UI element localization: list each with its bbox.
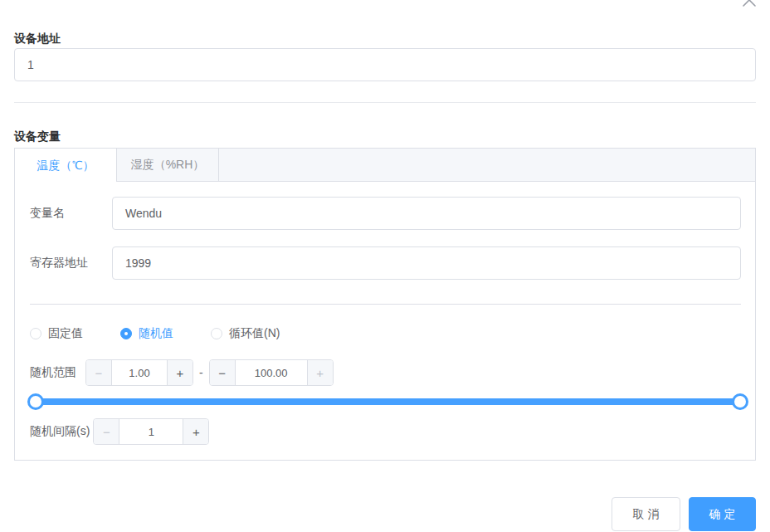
value-type-radio-group: 固定值 随机值 循环值(N) [30, 326, 741, 341]
register-address-input[interactable]: 1999 [112, 246, 741, 280]
device-variables-card: 温度（℃） 湿度（%RH） 变量名 Wendu 寄存器地址 1999 [14, 148, 756, 461]
collapse-chevron-up-icon[interactable] [742, 0, 757, 8]
register-address-row: 寄存器地址 1999 [30, 246, 741, 280]
slider-max-handle[interactable] [732, 393, 748, 410]
slider-selected-bar [31, 398, 740, 405]
random-range-slider[interactable] [31, 393, 740, 411]
variable-name-row: 变量名 Wendu [30, 197, 741, 230]
interval-stepper: − 1 + [93, 418, 209, 445]
radio-fixed-value[interactable]: 固定值 [30, 326, 83, 341]
tab-content: 变量名 Wendu 寄存器地址 1999 固定值 随机值 [15, 182, 755, 460]
tab-bar: 温度（℃） 湿度（%RH） [15, 149, 755, 182]
interval-increase-button[interactable]: + [183, 419, 208, 444]
variable-name-label: 变量名 [30, 206, 112, 221]
device-address-value: 1 [27, 58, 34, 71]
form-divider [30, 304, 741, 305]
cancel-button[interactable]: 取 消 [612, 497, 680, 531]
interval-decrease-button[interactable]: − [94, 419, 119, 444]
variable-name-value: Wendu [125, 207, 162, 220]
range-min-value[interactable]: 1.00 [112, 360, 167, 385]
register-address-label: 寄存器地址 [30, 256, 112, 271]
range-min-increase-button[interactable]: + [167, 360, 192, 385]
tab-humidity[interactable]: 湿度（%RH） [117, 149, 219, 181]
tab-temperature[interactable]: 温度（℃） [15, 149, 117, 182]
device-variables-label: 设备变量 [14, 129, 756, 143]
range-min-decrease-button[interactable]: − [86, 360, 112, 385]
range-separator: - [199, 366, 203, 379]
radio-cycle-value[interactable]: 循环值(N) [211, 326, 280, 341]
range-max-increase-button[interactable]: + [307, 360, 333, 385]
random-range-row: 随机范围 − 1.00 + - − 100.00 + [30, 359, 741, 386]
range-max-value[interactable]: 100.00 [236, 360, 307, 385]
range-min-stepper: − 1.00 + [85, 359, 193, 386]
interval-value[interactable]: 1 [119, 419, 183, 444]
range-max-decrease-button[interactable]: − [210, 360, 236, 385]
random-interval-row: 随机间隔(s) − 1 + [30, 418, 741, 445]
radio-random-value[interactable]: 随机值 [120, 326, 173, 341]
radio-circle-icon [30, 328, 41, 339]
range-max-stepper: − 100.00 + [209, 359, 334, 386]
random-range-label: 随机范围 [30, 365, 76, 380]
radio-circle-checked-icon [120, 328, 132, 339]
variable-name-input[interactable]: Wendu [112, 197, 741, 230]
random-interval-label: 随机间隔(s) [30, 424, 90, 439]
register-address-value: 1999 [125, 256, 151, 270]
confirm-button[interactable]: 确 定 [689, 497, 756, 531]
slider-min-handle[interactable] [27, 393, 44, 410]
device-config-panel: 设备地址 1 设备变量 温度（℃） 湿度（%RH） 变量名 Wendu 寄存器地… [0, 0, 770, 532]
device-address-label: 设备地址 [14, 0, 756, 45]
device-address-input[interactable]: 1 [14, 48, 756, 81]
slider-runway[interactable] [31, 398, 740, 405]
section-divider [14, 102, 756, 103]
dialog-footer: 取 消 确 定 [14, 497, 756, 531]
radio-circle-icon [211, 328, 222, 339]
